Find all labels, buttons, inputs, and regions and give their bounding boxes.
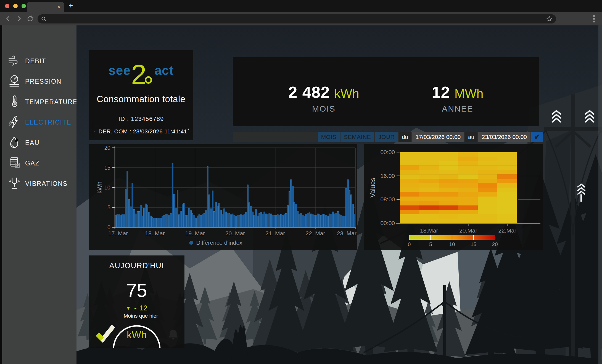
svg-text:10: 10 bbox=[104, 184, 110, 191]
svg-text:00:00: 00:00 bbox=[380, 149, 395, 155]
station-card: see2act Consommation totale ID : 1234567… bbox=[89, 50, 193, 140]
svg-text:17. Mar: 17. Mar bbox=[108, 230, 128, 236]
year-unit: MWh bbox=[455, 86, 484, 101]
logo-ring-icon bbox=[145, 76, 152, 84]
today-title: AUJOURD'HUI bbox=[89, 262, 184, 270]
svg-text:0: 0 bbox=[107, 224, 110, 230]
filter-day-button[interactable]: JOUR bbox=[375, 132, 398, 142]
svg-text:Values: Values bbox=[369, 178, 376, 198]
window-controls bbox=[5, 4, 26, 8]
filter-month-button[interactable]: MOIS bbox=[318, 132, 340, 142]
search-icon bbox=[41, 16, 46, 22]
bookmark-star-icon[interactable] bbox=[546, 15, 553, 22]
sidebar: DEBITPRESSIONTEMPERATUREELECTRICITEEAUGA… bbox=[0, 25, 76, 364]
new-tab-button[interactable]: + bbox=[68, 1, 73, 10]
tab-close-icon[interactable]: × bbox=[57, 4, 61, 10]
svg-text:16:00: 16:00 bbox=[380, 173, 395, 179]
consumption-heatmap: 00:0016:0008:0000:0018.Mar20.Mar22.MarVa… bbox=[364, 144, 543, 250]
bar-chart-svg: 05101520kWh17. Mar18. Mar19. Mar20. Mar2… bbox=[89, 144, 357, 250]
svg-text:08:00: 08:00 bbox=[380, 196, 395, 202]
browser-menu-icon[interactable] bbox=[590, 15, 598, 23]
today-value: 75 bbox=[89, 279, 184, 301]
bell-icon[interactable] bbox=[167, 329, 179, 341]
year-label: ANNEE bbox=[432, 104, 484, 114]
close-window-button[interactable] bbox=[5, 4, 9, 8]
today-delta: - 12 bbox=[134, 304, 148, 312]
heatmap-svg: 00:0016:0008:0000:0018.Mar20.Mar22.MarVa… bbox=[364, 144, 543, 250]
barrel-icon bbox=[8, 156, 21, 170]
dashboard-main: see2act Consommation totale ID : 1234567… bbox=[76, 25, 602, 364]
sidebar-item-vibrations[interactable]: VIBRATIONS bbox=[2, 173, 76, 194]
sidebar-item-eau[interactable]: EAU bbox=[2, 133, 76, 153]
sidebar-item-label: ELECTRICITE bbox=[25, 119, 71, 126]
wifi-icon bbox=[93, 126, 95, 136]
svg-text:00:00: 00:00 bbox=[380, 220, 395, 226]
svg-text:kWh: kWh bbox=[96, 181, 103, 194]
totals-panel: 2 482 kWh MOIS 12 MWh ANNEE bbox=[233, 57, 539, 126]
minimize-window-button[interactable] bbox=[13, 4, 18, 8]
sidebar-item-label: PRESSION bbox=[25, 78, 62, 85]
month-total: 2 482 kWh MOIS bbox=[288, 83, 359, 114]
date-filter-bar: MOIS SEMAINE JOUR du 17/03/2026 00:00 au… bbox=[233, 132, 543, 142]
svg-text:0: 0 bbox=[408, 241, 411, 247]
svg-text:18.Mar: 18.Mar bbox=[420, 227, 438, 234]
sidebar-item-label: TEMPERATURE bbox=[25, 98, 78, 106]
sidebar-item-pression[interactable]: PRESSION bbox=[2, 71, 76, 92]
svg-text:15: 15 bbox=[471, 241, 476, 247]
svg-text:22. Mar: 22. Mar bbox=[305, 230, 325, 236]
thermometer-icon bbox=[8, 95, 21, 109]
svg-text:15: 15 bbox=[104, 165, 110, 171]
svg-text:20.Mar: 20.Mar bbox=[459, 227, 477, 234]
filter-week-button[interactable]: SEMAINE bbox=[340, 132, 374, 142]
station-title: Consommation totale bbox=[89, 94, 193, 104]
svg-text:10: 10 bbox=[449, 241, 455, 247]
sidebar-item-gaz[interactable]: GAZ bbox=[2, 153, 76, 173]
browser-toolbar bbox=[0, 12, 602, 25]
bolt-icon bbox=[8, 115, 21, 130]
month-label: MOIS bbox=[288, 104, 359, 114]
sidebar-item-temperature[interactable]: TEMPERATURE bbox=[2, 92, 76, 112]
maximize-window-button[interactable] bbox=[22, 4, 26, 8]
droplet-icon bbox=[8, 136, 21, 150]
svg-text:23. Mar: 23. Mar bbox=[337, 230, 357, 236]
browser-tab[interactable]: × bbox=[27, 2, 64, 12]
double-bolt-icon bbox=[187, 123, 189, 136]
url-input[interactable] bbox=[49, 16, 543, 22]
sidebar-item-electricite[interactable]: ELECTRICITE bbox=[2, 112, 76, 133]
tuning-fork-icon bbox=[8, 176, 21, 191]
svg-text:5: 5 bbox=[107, 204, 110, 210]
year-total: 12 MWh ANNEE bbox=[432, 83, 484, 114]
today-card: AUJOURD'HUI 75 ▼ - 12 Moins que hier kWh bbox=[89, 255, 184, 348]
gauge-icon bbox=[8, 74, 21, 89]
sidebar-item-label: DEBIT bbox=[25, 57, 46, 65]
tab-strip: × + bbox=[0, 0, 602, 12]
svg-text:18. Mar: 18. Mar bbox=[145, 230, 165, 236]
sidebar-item-debit[interactable]: DEBIT bbox=[2, 51, 76, 71]
month-value: 2 482 bbox=[288, 83, 330, 101]
logo-act: act bbox=[154, 63, 173, 78]
month-unit: kWh bbox=[334, 86, 359, 101]
url-bar[interactable] bbox=[38, 14, 556, 23]
svg-text:21. Mar: 21. Mar bbox=[265, 230, 285, 236]
page-scrollbar[interactable] bbox=[598, 25, 602, 364]
from-label: du bbox=[399, 132, 411, 142]
svg-text:Différence d'index: Différence d'index bbox=[196, 239, 243, 246]
svg-text:19. Mar: 19. Mar bbox=[185, 230, 205, 236]
svg-text:20: 20 bbox=[492, 241, 498, 247]
logo-two: 2 bbox=[131, 63, 147, 85]
back-icon[interactable] bbox=[4, 15, 12, 22]
svg-text:22.Mar: 22.Mar bbox=[498, 227, 516, 234]
from-date-input[interactable]: 17/03/2026 00:00 bbox=[412, 132, 464, 142]
consumption-bar-chart: 05101520kWh17. Mar18. Mar19. Mar20. Mar2… bbox=[89, 144, 357, 250]
apply-filter-button[interactable]: ✔ bbox=[531, 132, 543, 142]
today-unit: kWh bbox=[127, 329, 147, 341]
last-communication: DER. COM : 23/03/2026 11:41:41 bbox=[98, 128, 187, 135]
sidebar-item-label: GAZ bbox=[25, 160, 39, 167]
svg-text:20: 20 bbox=[104, 145, 110, 151]
sidebar-item-label: VIBRATIONS bbox=[25, 180, 68, 188]
reload-icon[interactable] bbox=[27, 15, 34, 22]
see2act-logo: see2act bbox=[89, 50, 193, 87]
forward-icon[interactable] bbox=[15, 15, 23, 22]
to-date-input[interactable]: 23/03/2026 00:00 bbox=[478, 132, 531, 142]
logo-see: see bbox=[109, 63, 131, 78]
